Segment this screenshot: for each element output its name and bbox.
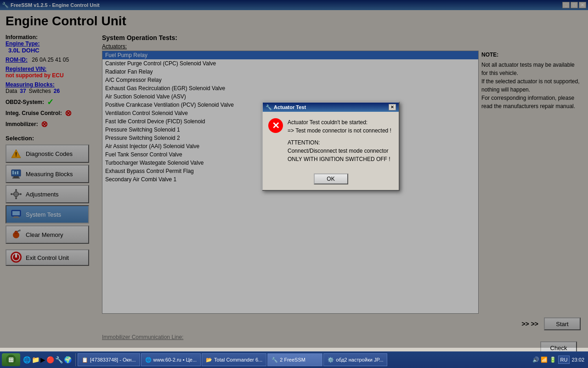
modal-text: Actuator Test couldn't be started: => Te… [288,118,391,163]
modal-footer: OK [263,170,399,190]
modal-attention-label: ATTENTION: [288,138,391,147]
taskbar-label-www: www.60-2.ru • Це... [153,357,197,362]
taskbar-btn-obd2[interactable]: ⚙️ обд2 настройки JP... [323,353,387,366]
modal-title-left: 🔧 Actuator Test [266,104,306,110]
taskbar-icon-media[interactable]: ▶ [40,356,45,363]
modal-title: Actuator Test [274,104,306,110]
taskbar-icon-ie[interactable]: 🌐 [23,356,31,363]
taskbar-label-obd2: обд2 настройки JP... [336,357,383,362]
taskbar-label-freessm: 2 FreeSSM [280,357,305,362]
taskbar-icon-misc2[interactable]: 🔧 [55,356,63,363]
taskbar-clock: 23:02 [571,357,584,362]
taskbar-quick-icons: 🌐 📁 ▶ 🔴 🔧 🌍 [21,356,74,363]
modal-close-button[interactable]: ✕ [389,104,396,110]
modal-title-icon: 🔧 [266,104,272,110]
modal-message-line2: => Test mode connector is not connected … [288,126,391,135]
modal-attention-text: Connect/Disconnect test mode connectorON… [288,147,391,163]
modal-overlay: 🔧 Actuator Test ✕ ✕ Actuator Test couldn… [0,0,588,348]
language-button[interactable]: RU [558,356,570,364]
taskbar-btn-commander[interactable]: 📂 Total Commander 6... [202,353,266,366]
taskbar-separator-1 [75,353,76,366]
modal-title-bar: 🔧 Actuator Test ✕ [263,103,399,112]
actuator-test-dialog: 🔧 Actuator Test ✕ ✕ Actuator Test couldn… [262,102,400,191]
modal-body: ✕ Actuator Test couldn't be started: => … [263,112,399,170]
taskbar: ⊞ 🌐 📁 ▶ 🔴 🔧 🌍 📋 [473833748] - Окн... 🌐 w… [0,351,588,368]
modal-message-line1: Actuator Test couldn't be started: [288,118,391,126]
taskbar-right: 🔊 📶 🔋 RU 23:02 [532,356,586,364]
taskbar-btn-freessm[interactable]: 🔧 2 FreeSSM [267,353,322,366]
taskbar-sys-icons: 🔊 📶 🔋 [532,356,556,363]
taskbar-label-473: [473833748] - Окн... [90,357,136,362]
taskbar-icon-misc1[interactable]: 🔴 [46,356,54,363]
taskbar-btn-www[interactable]: 🌐 www.60-2.ru • Це... [141,353,201,366]
taskbar-btn-473[interactable]: 📋 [473833748] - Окн... [78,353,140,366]
svg-text:⊞: ⊞ [8,356,14,363]
taskbar-icon-misc3[interactable]: 🌍 [64,356,72,363]
modal-error-icon: ✕ [268,118,283,133]
taskbar-label-commander: Total Commander 6... [214,357,262,362]
ok-button[interactable]: OK [314,173,348,184]
taskbar-icon-folder[interactable]: 📁 [32,356,40,363]
start-button-taskbar[interactable]: ⊞ [2,353,20,366]
